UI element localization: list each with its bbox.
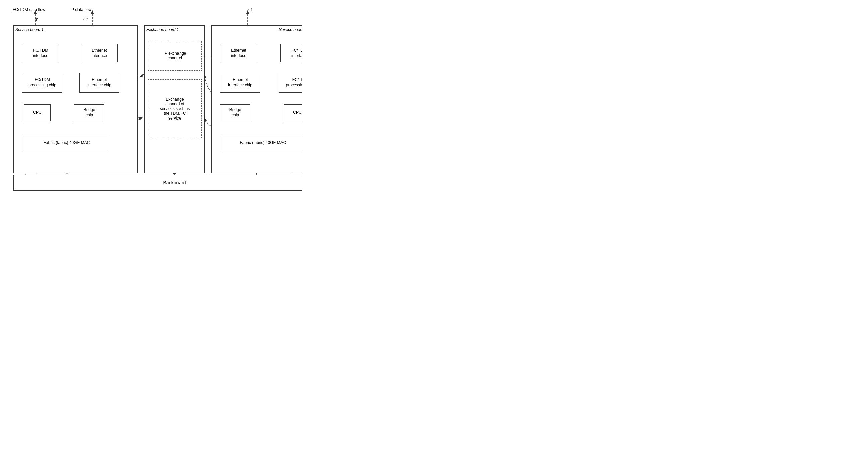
fabric-mac-2: Fabric (fabric) 40GE MAC (220, 135, 302, 151)
bridge-chip-2: Bridgechip (220, 105, 250, 121)
ref-62-left: 62 (83, 18, 88, 22)
service-board-1-label: Service board 1 (16, 27, 43, 32)
ethernet-chip-2: Ethernetinterface chip (220, 72, 260, 93)
cpu-1: CPU (24, 105, 51, 121)
service-board-2: Service board 2 Ethernetinterface FC/TDM… (211, 25, 302, 173)
ref-61-right-label: 61 (248, 7, 253, 12)
fabric-mac-1: Fabric (fabric) 40GE MAC (24, 135, 110, 151)
bridge-chip-1: Bridgechip (74, 105, 104, 121)
fc-tdm-processing-1: FC/TDMprocessing chip (22, 72, 62, 93)
ip-flow-label: IP data flow (70, 7, 91, 12)
exchange-board-label: Exchange board 1 (146, 27, 179, 32)
cpu-2: CPU (284, 105, 302, 121)
service-board-1: Service board 1 FC/TDMinterface Ethernet… (13, 25, 137, 173)
tdm-fc-exchange-channel: Exchangechannel ofservices such asthe TD… (148, 79, 202, 138)
exchange-board: Exchange board 1 IP exchangechannel Exch… (144, 25, 205, 173)
ethernet-interface-1: Ethernetinterface (81, 44, 118, 62)
ethernet-chip-1: Ethernetinterface chip (79, 72, 119, 93)
ref-61-left: 61 (35, 18, 39, 22)
fc-tdm-interface-2: FC/TDMinterface (280, 44, 302, 62)
fc-tdm-flow-label: FC/TDM data flow (13, 7, 45, 12)
service-board-2-label: Service board 2 (279, 27, 302, 32)
ethernet-interface-2: Ethernetinterface (220, 44, 257, 62)
ip-exchange-channel: IP exchangechannel (148, 40, 202, 71)
fc-tdm-interface-1: FC/TDMinterface (22, 44, 59, 62)
fc-tdm-processing-2: FC/TDMprocessing chip (279, 72, 302, 93)
diagram-container: FC/TDM data flow IP data flow 61 62 61 (7, 7, 295, 195)
backboard: Backboard (13, 175, 302, 191)
